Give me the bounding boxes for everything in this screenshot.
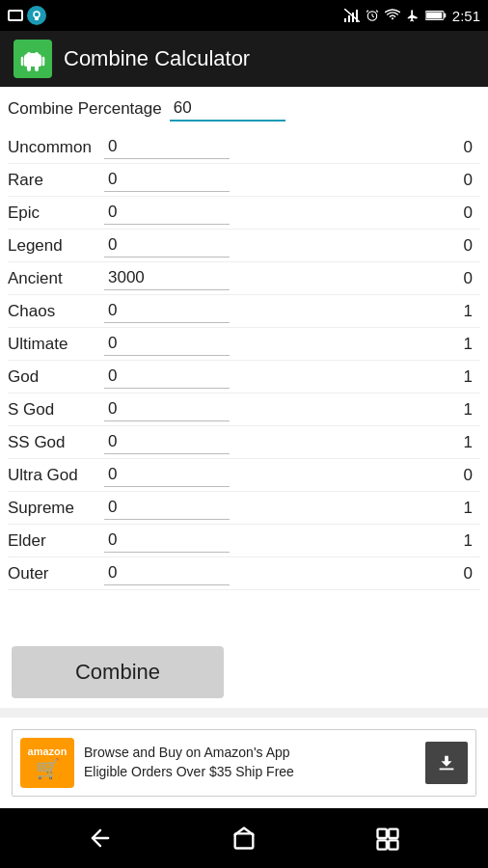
svg-rect-23 (389, 829, 397, 838)
svg-rect-22 (377, 829, 386, 838)
item-input[interactable] (104, 496, 230, 520)
ad-line2: Eligible Orders Over $35 Ship Free (84, 763, 416, 782)
items-container: Uncommon0Rare0Epic0Legend0Ancient0Chaos1… (8, 131, 480, 590)
svg-rect-14 (444, 14, 446, 17)
item-row: Ultra God0 (8, 459, 480, 492)
item-result: 0 (451, 203, 480, 223)
item-row: Ultimate1 (8, 328, 480, 361)
wifi-icon (385, 9, 400, 22)
item-result: 0 (451, 269, 480, 288)
item-label: Supreme (8, 499, 104, 518)
item-input[interactable] (104, 201, 230, 225)
item-input[interactable] (104, 529, 230, 553)
percentage-label: Combine Percentage (8, 99, 162, 119)
combine-button-area: Combine (0, 637, 488, 708)
status-right-icons: 2:51 (344, 8, 480, 24)
item-row: God1 (8, 361, 480, 393)
cart-icon: 🛒 (36, 757, 60, 780)
recents-icon (374, 825, 401, 852)
back-icon (87, 825, 114, 852)
svg-rect-21 (235, 833, 254, 848)
status-bar: 2:51 (0, 0, 488, 31)
svg-rect-25 (389, 840, 397, 849)
screen-icon (8, 10, 23, 21)
item-input[interactable] (104, 365, 230, 389)
item-input[interactable] (104, 430, 230, 454)
content-spacer (0, 708, 488, 718)
home-button[interactable] (230, 825, 258, 852)
item-label: Chaos (8, 302, 104, 321)
item-row: Chaos1 (8, 295, 480, 328)
item-label: Uncommon (8, 138, 104, 157)
item-input[interactable] (104, 135, 230, 159)
item-row: SS God1 (8, 426, 480, 459)
status-left-icons (8, 6, 46, 25)
svg-point-12 (392, 17, 393, 19)
app-icon (14, 40, 52, 78)
item-result: 1 (451, 531, 480, 551)
airplane-icon (406, 9, 420, 22)
item-row: Elder1 (8, 525, 480, 557)
item-result: 0 (451, 236, 480, 256)
item-label: Epic (8, 203, 104, 223)
back-button[interactable] (87, 825, 114, 852)
item-input[interactable] (104, 463, 230, 487)
main-content: Combine Percentage Uncommon0Rare0Epic0Le… (0, 87, 488, 808)
item-input[interactable] (104, 233, 230, 258)
amazon-text: amazon (28, 746, 68, 757)
item-row: Supreme1 (8, 492, 480, 525)
item-label: Rare (8, 171, 104, 190)
alarm-icon (366, 9, 379, 22)
svg-line-10 (366, 11, 368, 13)
item-result: 1 (451, 367, 480, 387)
item-result: 1 (451, 335, 480, 354)
download-icon (436, 752, 457, 773)
svg-rect-1 (35, 16, 39, 20)
item-label: Ultimate (8, 335, 104, 354)
item-label: Legend (8, 236, 104, 256)
svg-line-9 (372, 16, 374, 17)
locket-icon (27, 6, 46, 25)
ad-download-button[interactable] (425, 742, 468, 784)
amazon-logo: amazon 🛒 (20, 738, 74, 788)
ad-text: Browse and Buy on Amazon's App Eligible … (84, 744, 416, 781)
time-display: 2:51 (452, 8, 480, 24)
item-result: 1 (451, 433, 480, 452)
android-icon (19, 45, 46, 72)
item-input[interactable] (104, 168, 230, 192)
item-label: Outer (8, 564, 104, 583)
item-row: Rare0 (8, 164, 480, 197)
item-label: Ultra God (8, 466, 104, 485)
svg-rect-20 (440, 769, 454, 771)
percentage-row: Combine Percentage (8, 93, 480, 125)
item-input[interactable] (104, 299, 230, 323)
home-icon (230, 825, 258, 852)
battery-icon (425, 9, 447, 22)
app-bar: Combine Calculator (0, 31, 488, 87)
item-label: S God (8, 400, 104, 420)
item-label: Ancient (8, 269, 104, 288)
item-input[interactable] (104, 397, 230, 421)
item-label: Elder (8, 531, 104, 551)
item-row: S God1 (8, 393, 480, 426)
item-result: 0 (451, 138, 480, 157)
ad-line1: Browse and Buy on Amazon's App (84, 744, 416, 763)
item-result: 0 (451, 171, 480, 190)
percentage-input[interactable] (170, 96, 285, 122)
item-row: Ancient0 (8, 262, 480, 295)
item-input[interactable] (104, 266, 230, 290)
item-input[interactable] (104, 332, 230, 356)
svg-line-11 (376, 11, 378, 13)
item-input[interactable] (104, 561, 230, 585)
ad-banner[interactable]: amazon 🛒 Browse and Buy on Amazon's App … (12, 729, 476, 797)
item-row: Uncommon0 (8, 131, 480, 164)
combine-button[interactable]: Combine (12, 646, 224, 698)
item-result: 0 (451, 466, 480, 485)
recents-button[interactable] (374, 825, 401, 852)
form-area: Combine Percentage Uncommon0Rare0Epic0Le… (0, 87, 488, 637)
item-label: SS God (8, 433, 104, 452)
item-result: 1 (451, 302, 480, 321)
svg-rect-24 (377, 840, 386, 849)
svg-rect-15 (426, 13, 442, 19)
item-row: Outer0 (8, 557, 480, 590)
